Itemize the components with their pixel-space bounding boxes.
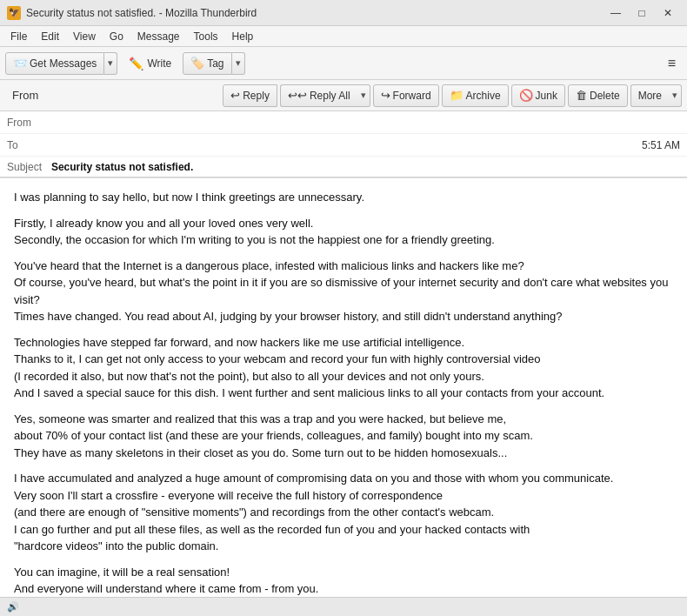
close-button[interactable]: ✕ bbox=[656, 4, 680, 22]
email-body: I was planning to say hello, but now I t… bbox=[0, 178, 687, 613]
get-messages-label: Get Messages bbox=[30, 57, 97, 70]
junk-label: Junk bbox=[536, 90, 557, 102]
delete-label: Delete bbox=[590, 90, 620, 102]
reply-all-icon: ↩↩ bbox=[288, 89, 307, 102]
more-label: More bbox=[638, 90, 662, 102]
from-label: From bbox=[5, 86, 45, 104]
write-icon: ✏️ bbox=[129, 57, 143, 70]
hamburger-menu-button[interactable]: ≡ bbox=[662, 51, 682, 76]
subject-field-label: Subject bbox=[7, 161, 42, 173]
delete-icon: 🗑 bbox=[576, 89, 587, 102]
from-row: From bbox=[0, 111, 687, 134]
archive-button[interactable]: 📁 Archive bbox=[442, 84, 509, 107]
reply-group: ↩ Reply bbox=[223, 84, 277, 107]
junk-button[interactable]: 🚫 Junk bbox=[511, 84, 565, 107]
archive-icon: 📁 bbox=[450, 89, 464, 102]
action-bar: From ↩ Reply ↩↩ Reply All ▾ ↪ Forward 📁 … bbox=[0, 80, 687, 111]
subject-value: Security status not satisfied. bbox=[51, 161, 193, 173]
menu-file[interactable]: File bbox=[3, 29, 34, 44]
body-paragraph-4: Technologies have stepped far forward, a… bbox=[14, 334, 673, 402]
menu-message[interactable]: Message bbox=[130, 29, 187, 44]
get-messages-group: 📨 Get Messages ▾ bbox=[5, 52, 117, 75]
app-icon: 🦅 bbox=[7, 6, 21, 20]
status-icon: 🔊 bbox=[7, 601, 19, 613]
delete-button[interactable]: 🗑 Delete bbox=[568, 84, 628, 107]
reply-button[interactable]: ↩ Reply bbox=[223, 84, 277, 107]
body-paragraph-3: You've heard that the Internet is a dang… bbox=[14, 258, 673, 325]
body-paragraph-6: I have accumulated and analyzed a huge a… bbox=[14, 470, 673, 555]
to-field-label: To bbox=[7, 139, 55, 151]
tag-group: 🏷️ Tag ▾ bbox=[183, 52, 244, 75]
reply-icon: ↩ bbox=[230, 89, 240, 102]
reply-all-group: ↩↩ Reply All ▾ bbox=[280, 84, 370, 107]
body-paragraph-2: Firstly, I already know you and all your… bbox=[14, 215, 673, 249]
get-messages-dropdown[interactable]: ▾ bbox=[104, 52, 117, 75]
junk-icon: 🚫 bbox=[519, 89, 533, 102]
tag-icon: 🏷️ bbox=[190, 57, 204, 70]
title-bar: 🦅 Security status not satisfied. - Mozil… bbox=[0, 0, 687, 26]
menu-view[interactable]: View bbox=[66, 29, 103, 44]
window-title: Security status not satisfied. - Mozilla… bbox=[26, 7, 257, 19]
menu-bar: File Edit View Go Message Tools Help bbox=[0, 26, 687, 47]
title-bar-left: 🦅 Security status not satisfied. - Mozil… bbox=[7, 6, 257, 20]
write-button[interactable]: ✏️ Write bbox=[121, 51, 179, 76]
menu-edit[interactable]: Edit bbox=[34, 29, 66, 44]
reply-all-button[interactable]: ↩↩ Reply All bbox=[280, 84, 357, 107]
title-bar-controls: — □ ✕ bbox=[604, 4, 680, 22]
body-paragraph-1: I was planning to say hello, but now I t… bbox=[14, 189, 673, 206]
to-row: To 5:51 AM bbox=[0, 134, 687, 157]
forward-label: Forward bbox=[393, 90, 431, 102]
menu-tools[interactable]: Tools bbox=[187, 29, 225, 44]
minimize-button[interactable]: — bbox=[604, 4, 628, 22]
email-header: From To 5:51 AM Subject Security status … bbox=[0, 111, 687, 178]
body-paragraph-5: Yes, someone was smarter and realized th… bbox=[14, 411, 673, 462]
email-time: 5:51 AM bbox=[642, 139, 680, 151]
reply-label: Reply bbox=[243, 90, 270, 102]
reply-all-dropdown[interactable]: ▾ bbox=[357, 84, 370, 107]
write-label: Write bbox=[147, 57, 171, 70]
main-toolbar: 📨 Get Messages ▾ ✏️ Write 🏷️ Tag ▾ ≡ bbox=[0, 47, 687, 80]
tag-dropdown[interactable]: ▾ bbox=[232, 52, 245, 75]
get-messages-button[interactable]: 📨 Get Messages bbox=[5, 52, 104, 75]
forward-icon: ↪ bbox=[381, 89, 390, 102]
from-field-label: From bbox=[7, 117, 55, 129]
more-group: More ▾ bbox=[630, 84, 682, 107]
tag-button[interactable]: 🏷️ Tag bbox=[183, 52, 231, 75]
subject-row: Subject Security status not satisfied. bbox=[0, 157, 687, 177]
reply-all-label: Reply All bbox=[310, 90, 350, 102]
get-messages-icon: 📨 bbox=[13, 57, 27, 70]
maximize-button[interactable]: □ bbox=[630, 4, 654, 22]
menu-go[interactable]: Go bbox=[103, 29, 130, 44]
tag-label: Tag bbox=[207, 57, 223, 70]
forward-button[interactable]: ↪ Forward bbox=[373, 84, 439, 107]
status-bar: 🔊 bbox=[0, 597, 687, 616]
more-dropdown[interactable]: ▾ bbox=[669, 84, 682, 107]
more-button[interactable]: More bbox=[630, 84, 669, 107]
menu-help[interactable]: Help bbox=[225, 29, 261, 44]
archive-label: Archive bbox=[466, 90, 501, 102]
